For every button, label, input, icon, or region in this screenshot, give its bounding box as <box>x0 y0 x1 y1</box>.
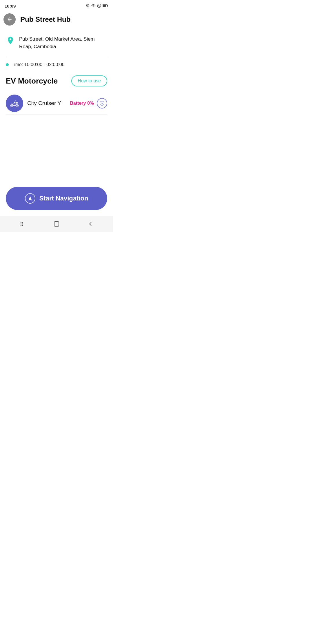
square-icon <box>53 220 60 227</box>
svg-rect-11 <box>21 224 21 225</box>
pin-icon <box>6 36 15 46</box>
svg-rect-1 <box>108 5 108 6</box>
battery-icon <box>103 3 108 8</box>
location-section: Pub Street, Old Market Area, Siem Reap, … <box>6 31 107 56</box>
ev-section: EV Motorcycle How to use City Cr <box>6 73 107 120</box>
navigation-icon <box>28 196 33 201</box>
mute-icon <box>85 3 90 8</box>
svg-rect-10 <box>22 222 23 223</box>
time-dot <box>6 63 9 66</box>
vehicle-right: Battery 0% <box>70 98 107 108</box>
header: Pub Street Hub <box>0 10 113 28</box>
status-bar: 10:09 <box>0 0 113 10</box>
play-icon <box>100 101 104 106</box>
ev-header: EV Motorcycle How to use <box>6 75 107 86</box>
location-text: Pub Street, Old Market Area, Siem Reap, … <box>19 35 107 50</box>
svg-rect-15 <box>54 222 59 226</box>
divider <box>6 56 107 56</box>
svg-point-6 <box>17 105 17 106</box>
main-content: Pub Street, Old Market Area, Siem Reap, … <box>0 28 113 153</box>
vehicle-name: City Cruiser Y <box>27 100 66 106</box>
start-navigation-button[interactable]: Start Navigation <box>6 187 107 210</box>
ev-title: EV Motorcycle <box>6 77 58 86</box>
status-icons <box>85 3 108 8</box>
battery-text: Battery 0% <box>70 101 94 106</box>
svg-point-4 <box>11 105 12 106</box>
start-navigation-label: Start Navigation <box>39 195 88 202</box>
vehicle-item: City Cruiser Y Battery 0% <box>6 92 107 115</box>
time-section: Time: 10:00:00 - 02:00:00 <box>6 61 107 73</box>
time-text: Time: 10:00:00 - 02:00:00 <box>12 62 65 67</box>
svg-rect-2 <box>103 5 106 7</box>
location-icon <box>6 36 15 48</box>
menu-lines-icon <box>19 220 26 227</box>
back-icon <box>7 17 12 22</box>
svg-rect-12 <box>22 224 23 225</box>
wifi-icon <box>91 3 96 8</box>
nav-back-button[interactable] <box>81 218 100 230</box>
vehicle-icon-wrap <box>6 95 23 112</box>
nav-menu-button[interactable] <box>13 218 32 230</box>
nav-home-button[interactable] <box>47 218 66 230</box>
play-button[interactable] <box>97 98 107 108</box>
scooter-icon <box>9 98 20 108</box>
chevron-left-icon <box>87 220 94 227</box>
status-time: 10:09 <box>5 3 16 8</box>
svg-rect-13 <box>21 225 21 226</box>
nav-button-wrap: Start Navigation <box>0 182 113 216</box>
page-title: Pub Street Hub <box>20 15 70 23</box>
svg-rect-9 <box>21 222 21 223</box>
nav-icon-circle <box>25 193 35 204</box>
bottom-nav-bar <box>0 216 113 232</box>
back-button[interactable] <box>3 13 16 26</box>
svg-marker-8 <box>102 102 103 104</box>
how-to-use-button[interactable]: How to use <box>71 75 107 86</box>
svg-rect-14 <box>22 225 23 226</box>
bottom-spacer <box>0 153 113 182</box>
no-signal-icon <box>97 3 101 8</box>
